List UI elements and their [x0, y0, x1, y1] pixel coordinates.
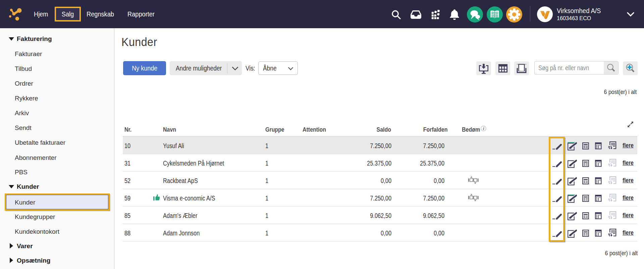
svg-text:i: i — [483, 126, 484, 131]
